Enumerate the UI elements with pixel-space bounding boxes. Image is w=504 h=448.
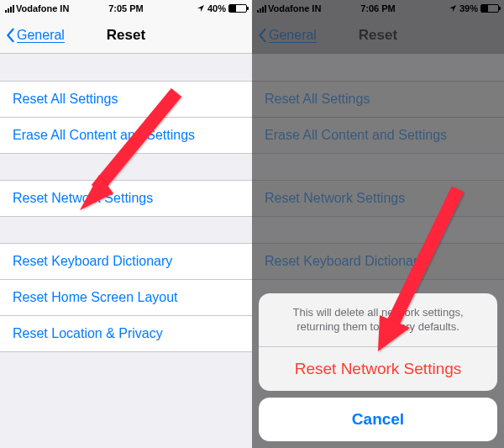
nav-bar: General Reset [0, 17, 252, 54]
back-label: General [17, 28, 65, 43]
sheet-confirm-button[interactable]: Reset Network Settings [259, 346, 497, 391]
right-screenshot: Vodafone IN 7:06 PM 39% General Reset Re… [252, 0, 504, 448]
location-icon [197, 4, 205, 13]
group-3: Reset Keyboard Dictionary Reset Home Scr… [0, 243, 252, 352]
chevron-left-icon [5, 28, 15, 43]
group-1: Reset All Settings Erase All Content and… [0, 81, 252, 154]
status-time: 7:05 PM [85, 3, 167, 13]
reset-keyboard-dictionary[interactable]: Reset Keyboard Dictionary [0, 243, 252, 280]
sheet-cancel-button[interactable]: Cancel [259, 398, 497, 441]
reset-location-privacy[interactable]: Reset Location & Privacy [0, 315, 252, 352]
battery-percent: 40% [207, 3, 226, 13]
erase-all-content[interactable]: Erase All Content and Settings [0, 117, 252, 154]
left-screenshot: Vodafone IN 7:05 PM 40% General Reset Re… [0, 0, 252, 448]
carrier-label: Vodafone IN [16, 3, 69, 13]
sheet-message: This will delete all network settings, r… [259, 293, 497, 346]
reset-network-settings[interactable]: Reset Network Settings [0, 180, 252, 217]
group-2: Reset Network Settings [0, 180, 252, 217]
back-button[interactable]: General [0, 28, 65, 43]
status-bar: Vodafone IN 7:05 PM 40% [0, 0, 252, 17]
reset-all-settings[interactable]: Reset All Settings [0, 81, 252, 118]
battery-icon [228, 4, 247, 13]
action-sheet: This will delete all network settings, r… [259, 293, 497, 441]
reset-home-screen-layout[interactable]: Reset Home Screen Layout [0, 279, 252, 316]
signal-bars-icon [5, 4, 14, 13]
